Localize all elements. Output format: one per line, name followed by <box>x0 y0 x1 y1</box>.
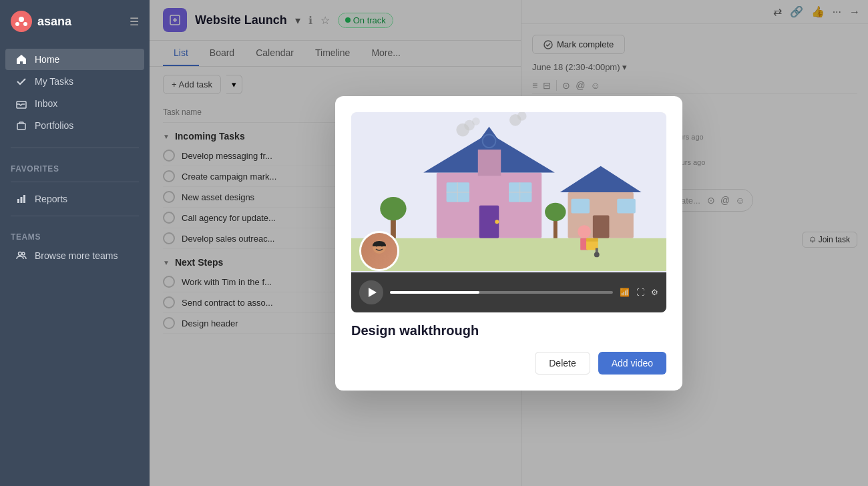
sidebar-divider-2 <box>11 182 139 182</box>
modal-actions: Delete Add video <box>351 352 666 375</box>
add-video-button[interactable]: Add video <box>598 352 666 375</box>
overlay-backdrop[interactable]: 📶 ⛶ ⚙ Design walkthrough Delete Add vide… <box>150 0 868 486</box>
sidebar-item-browse-teams[interactable]: Browse more teams <box>5 245 144 266</box>
svg-rect-6 <box>21 197 23 203</box>
svg-point-1 <box>15 22 19 26</box>
sidebar-item-my-tasks[interactable]: My Tasks <box>5 71 144 92</box>
progress-bar[interactable] <box>390 291 613 294</box>
sidebar-item-home-label: Home <box>35 54 59 65</box>
svg-rect-33 <box>593 215 610 238</box>
video-preview: 📶 ⛶ ⚙ <box>351 112 666 312</box>
teams-section: Teams <box>0 222 150 244</box>
svg-point-9 <box>22 252 25 255</box>
svg-point-30 <box>483 134 496 148</box>
svg-rect-7 <box>23 195 25 203</box>
sidebar: asana ☰ Home My Tasks Inbox Portfolios F… <box>0 0 150 486</box>
delete-button[interactable]: Delete <box>535 352 590 375</box>
check-icon <box>16 76 27 87</box>
svg-rect-35 <box>617 198 636 213</box>
signal-icon[interactable]: 📶 <box>620 288 630 297</box>
svg-point-21 <box>495 220 499 224</box>
modal-title: Design walkthrough <box>351 323 666 338</box>
sidebar-nav: Home My Tasks Inbox Portfolios <box>0 43 150 142</box>
sidebar-item-home[interactable]: Home <box>5 49 144 70</box>
sidebar-item-reports-label: Reports <box>35 194 67 204</box>
reports-icon <box>16 194 27 204</box>
svg-point-40 <box>472 117 480 125</box>
svg-point-0 <box>19 17 24 22</box>
sidebar-item-browse-teams-label: Browse more teams <box>35 250 118 261</box>
sidebar-divider-1 <box>11 148 139 148</box>
svg-rect-34 <box>571 198 590 213</box>
logo-icon <box>11 11 32 32</box>
svg-point-2 <box>23 22 27 26</box>
favorites-section: Favorites <box>0 154 150 176</box>
sidebar-item-portfolios-label: Portfolios <box>35 120 73 131</box>
svg-point-48 <box>594 252 600 257</box>
briefcase-icon <box>16 120 27 131</box>
settings-icon[interactable]: ⚙ <box>651 288 658 297</box>
svg-point-43 <box>578 225 591 238</box>
play-triangle-icon <box>369 288 377 297</box>
home-icon <box>16 54 27 65</box>
sidebar-divider-3 <box>11 216 139 216</box>
hamburger-icon[interactable]: ☰ <box>130 15 139 28</box>
video-modal: 📶 ⛶ ⚙ Design walkthrough Delete Add vide… <box>335 96 682 391</box>
svg-point-8 <box>19 252 22 256</box>
svg-rect-46 <box>586 238 598 241</box>
thumbnail-overlay <box>359 231 399 271</box>
main-content: Website Launch ▾ ℹ ☆ On track Invite Sea… <box>150 0 868 486</box>
logo: asana <box>11 11 71 32</box>
inbox-icon <box>16 98 27 109</box>
svg-rect-4 <box>17 124 25 130</box>
sidebar-item-my-tasks-label: My Tasks <box>35 76 73 87</box>
sidebar-item-portfolios[interactable]: Portfolios <box>5 115 144 136</box>
progress-fill <box>390 291 479 294</box>
sidebar-item-inbox[interactable]: Inbox <box>5 93 144 114</box>
fullscreen-icon[interactable]: ⛶ <box>636 288 644 297</box>
svg-rect-28 <box>478 150 501 176</box>
svg-point-37 <box>545 202 566 221</box>
play-button[interactable] <box>359 280 383 304</box>
person-thumbnail <box>366 238 393 264</box>
svg-rect-5 <box>17 199 19 203</box>
people-icon <box>16 250 27 261</box>
video-controls: 📶 ⛶ ⚙ <box>351 272 666 312</box>
sidebar-item-inbox-label: Inbox <box>35 98 57 109</box>
sidebar-header: asana ☰ <box>0 0 150 43</box>
svg-point-17 <box>380 196 406 220</box>
sidebar-item-reports[interactable]: Reports <box>5 188 144 210</box>
logo-text: asana <box>37 15 71 29</box>
